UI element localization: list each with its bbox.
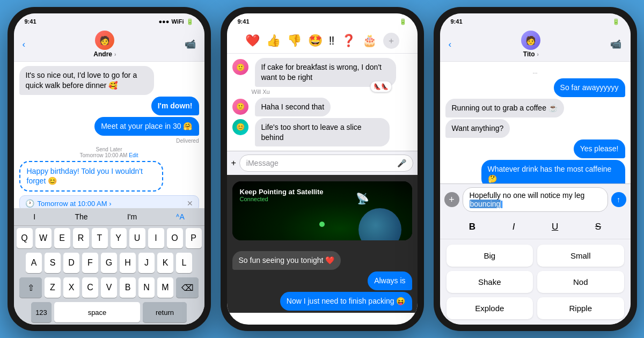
video-call-button-right[interactable]: 📹 (610, 39, 621, 50)
predictive-aa[interactable]: ᴬA (172, 211, 188, 222)
effect-small[interactable]: Small (537, 245, 624, 267)
phone-left: 9:41 ●●● WiFi 🔋 ‹ 🧑 Andre › (8, 7, 211, 331)
key-j[interactable]: J (138, 253, 155, 273)
contact-name-left: Andre › (93, 50, 116, 58)
time-right: 9:41 (451, 18, 463, 25)
predictive-i[interactable]: I (29, 211, 40, 222)
close-schedule-button[interactable]: ✕ (187, 199, 193, 208)
contact-name-right: Tito › (523, 50, 539, 58)
reaction-question[interactable]: ❓ (341, 34, 356, 48)
message-sent-2: Meet at your place in 30 🤗 (94, 117, 199, 136)
key-z[interactable]: Z (45, 277, 61, 298)
send-button-right[interactable]: ↑ (611, 192, 626, 207)
key-q[interactable]: Q (17, 228, 33, 248)
key-e[interactable]: E (54, 228, 70, 248)
key-a[interactable]: A (26, 253, 42, 273)
key-t[interactable]: T (92, 228, 108, 248)
key-y[interactable]: Y (111, 228, 127, 248)
key-space[interactable]: space (54, 302, 140, 322)
key-w[interactable]: W (35, 228, 52, 248)
effect-nod[interactable]: Nod (537, 271, 624, 293)
key-o[interactable]: O (167, 228, 183, 248)
wifi-icon: WiFi (171, 18, 184, 25)
chevron-icon-right: › (537, 52, 539, 57)
reaction-bar: ❤️ 👍 👎 🤩 ‼️ ❓ 🎂 ＋ (227, 28, 418, 54)
battery-right: 🔋 (612, 18, 620, 25)
key-d[interactable]: D (63, 253, 79, 273)
avatar-right[interactable]: 🧑 (521, 31, 540, 50)
group-message-3: 😊 Life's too short to leave a slice behi… (232, 118, 412, 147)
nav-bar-left: ‹ 🧑 Andre › 📹 (14, 28, 204, 62)
input-bar-right: + Hopefully no one will notice my leg bo… (440, 183, 631, 215)
reaction-eyes[interactable]: 🤩 (308, 34, 323, 48)
key-v[interactable]: V (101, 277, 117, 298)
predictive-the[interactable]: The (70, 211, 92, 222)
back-button-right[interactable]: ‹ (449, 39, 452, 50)
format-bold[interactable]: B (463, 219, 482, 234)
schedule-bar[interactable]: 🕐 Tomorrow at 10:00 AM › ✕ (19, 195, 199, 208)
reaction-exclaim[interactable]: ‼️ (329, 34, 335, 48)
back-button-left[interactable]: ‹ (23, 39, 26, 50)
add-button-right[interactable]: + (444, 192, 459, 207)
effect-big[interactable]: Big (447, 245, 533, 267)
key-b[interactable]: B (120, 277, 136, 298)
reaction-thumbsdown[interactable]: 👎 (287, 34, 302, 48)
bubble-always: Always is (368, 271, 412, 290)
format-italic[interactable]: I (506, 219, 522, 234)
key-h[interactable]: H (120, 253, 136, 273)
effect-ripple[interactable]: Ripple (537, 297, 624, 319)
video-call-button-left[interactable]: 📹 (185, 39, 196, 50)
status-bar-left: 9:41 ●●● WiFi 🔋 (14, 13, 204, 28)
key-k[interactable]: K (157, 253, 173, 273)
effect-explode[interactable]: Explode (447, 297, 533, 319)
key-shift[interactable]: ⇧ (19, 277, 42, 298)
key-return[interactable]: return (143, 302, 187, 322)
compose-input-right[interactable]: Hopefully no one will notice my leg boun… (463, 187, 608, 212)
group-message-2: 🙂 Haha I second that (232, 98, 412, 116)
satellite-title: Keep Pointing at Satellite (240, 188, 405, 196)
avatar-left[interactable]: 🧑 (95, 31, 114, 50)
key-x[interactable]: X (63, 277, 79, 298)
format-strikethrough[interactable]: S (589, 219, 608, 234)
key-123[interactable]: 123 (31, 302, 52, 322)
satellite-status: Connected (240, 196, 405, 202)
edit-link[interactable]: Edit (129, 152, 138, 158)
reaction-on-bubble: 👠👠 (370, 81, 392, 92)
msg-yes-please: Yes please! (574, 139, 625, 158)
reaction-heart[interactable]: ❤️ (245, 34, 260, 48)
time-left: 9:41 (25, 18, 36, 25)
mic-icon-center[interactable]: 🎤 (397, 159, 406, 167)
key-m[interactable]: M (157, 277, 173, 298)
add-button-center[interactable]: + (231, 158, 236, 168)
send-later-info: Send LaterTomorrow 10:00 AM Edit (19, 146, 199, 158)
effect-shake[interactable]: Shake (447, 271, 533, 293)
format-underline[interactable]: U (545, 219, 565, 234)
key-l[interactable]: L (176, 253, 192, 273)
imessage-input-top: + iMessage 🎤 (227, 151, 418, 175)
message-received-1: It's so nice out, I'd love to go for a q… (19, 66, 154, 95)
key-f[interactable]: F (82, 253, 98, 273)
signal-icon: ●●● (158, 18, 169, 25)
key-n[interactable]: N (138, 277, 155, 298)
key-backspace[interactable]: ⌫ (176, 277, 199, 298)
imessage-field-top[interactable]: iMessage 🎤 (239, 155, 413, 172)
predictive-im[interactable]: I'm (123, 211, 141, 222)
reaction-cake[interactable]: 🎂 (362, 34, 377, 48)
format-toolbar: B I U S (440, 215, 631, 239)
schedule-time: Tomorrow at 10:00 AM › (38, 200, 187, 208)
key-r[interactable]: R (73, 228, 89, 248)
reaction-thumbsup[interactable]: 👍 (266, 34, 281, 48)
group-message-1: 🙂 If cake for breakfast is wrong, I don'… (232, 58, 412, 87)
chevron-icon: › (114, 52, 116, 57)
key-s[interactable]: S (45, 253, 61, 273)
key-u[interactable]: U (129, 228, 145, 248)
key-p[interactable]: P (186, 228, 202, 248)
msg-coffee-2: Want anything? (445, 119, 510, 138)
imessage-placeholder: iMessage (246, 159, 279, 167)
messages-area-center-bottom: So fun seeing you tonight ❤️ Always is N… (227, 247, 418, 313)
key-c[interactable]: C (82, 277, 98, 298)
key-i[interactable]: I (148, 228, 164, 248)
compose-text: Hopefully no one will notice my leg boun… (470, 191, 601, 208)
add-reaction-button[interactable]: ＋ (383, 33, 399, 49)
key-g[interactable]: G (101, 253, 117, 273)
